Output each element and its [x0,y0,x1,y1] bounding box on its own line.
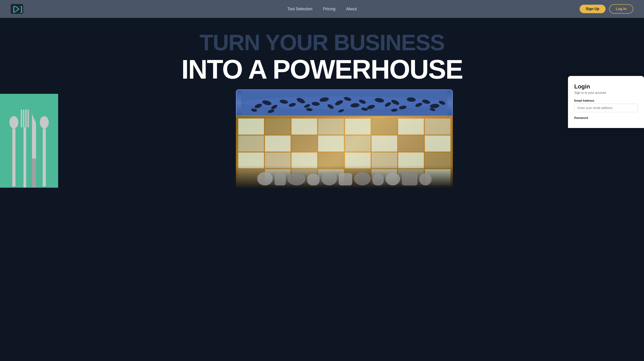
content-area: Login Sign in to your account Email Addr… [0,89,644,188]
logo[interactable]: [ ] [11,4,23,14]
hero-section: TURN YOUR BUSINESS INTO A POWERHOUSE [0,18,644,188]
nav-link-pricing[interactable]: Pricing [323,7,336,11]
email-label: Email Address [574,99,638,102]
navbar: [ ] Tool Selection Pricing About Sign Up… [0,0,644,18]
email-field-group: Email Address [574,99,638,115]
birds-banner [236,89,453,116]
password-label: Password [574,116,638,119]
table-items [236,165,453,188]
login-subtitle: Sign in to your account [574,91,638,94]
nav-links: Tool Selection Pricing About [287,7,357,11]
left-decoration [0,94,58,188]
login-panel: Login Sign in to your account Email Addr… [568,76,644,128]
hero-line1: TURN YOUR BUSINESS [0,31,644,54]
email-input[interactable] [574,104,638,112]
nav-link-tool-selection[interactable]: Tool Selection [287,7,312,11]
nav-link-about[interactable]: About [346,7,357,11]
restaurant-image [236,116,453,188]
main-image [236,89,453,188]
knife-icon [31,114,37,188]
hero-line2: INTO A POWERHOUSE [0,56,644,83]
nav-buttons: Sign Up Log In [580,4,633,14]
svg-text:]: ] [19,5,23,13]
password-field-group: Password [574,116,638,119]
signup-button[interactable]: Sign Up [580,5,606,13]
spoon-icon [10,116,18,188]
login-title: Login [574,83,638,90]
spoon2-icon [40,116,49,188]
fork-icon [22,109,28,188]
login-button[interactable]: Log In [609,4,633,14]
